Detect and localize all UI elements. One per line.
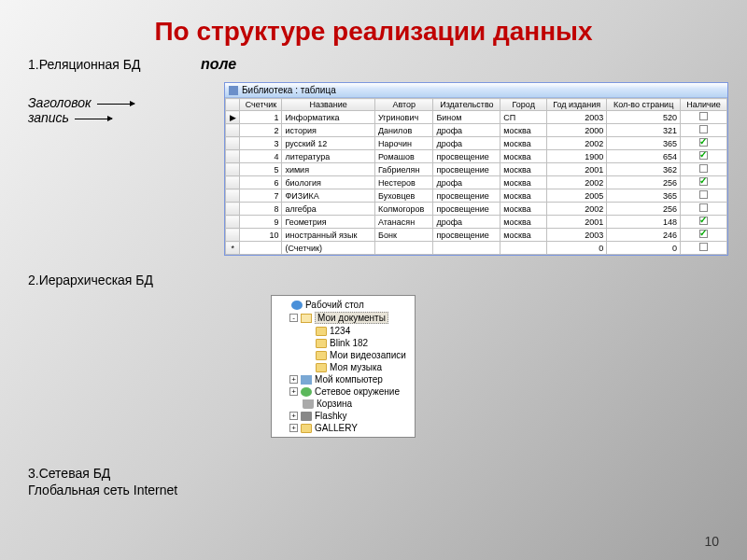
folder-icon xyxy=(316,363,327,372)
tree-label: Flashky xyxy=(315,411,346,421)
table-icon xyxy=(229,86,238,95)
table-row[interactable]: 8алгебраКолмогоровпросвещениемосква20022… xyxy=(226,203,727,216)
slide-title: По структуре реализации данных xyxy=(0,0,747,56)
checkbox[interactable] xyxy=(699,203,708,212)
tree-label: Рабочий стол xyxy=(305,300,364,310)
folder-icon xyxy=(316,351,327,360)
tree-label: 1234 xyxy=(330,326,350,336)
network-icon xyxy=(301,387,312,397)
column-header[interactable]: Название xyxy=(282,99,375,111)
arrow-icon xyxy=(75,119,112,119)
table-row[interactable]: 9ГеометрияАтанасяндрофамосква2001148 xyxy=(226,216,727,229)
arrow-icon xyxy=(97,104,134,105)
folder-icon xyxy=(316,339,327,348)
tree-item[interactable]: +Сетевое окружение xyxy=(275,385,412,398)
table-row[interactable]: 7ФИЗИКАБуховцевпросвещениемосква2005365 xyxy=(226,189,727,203)
table-row[interactable]: 10иностранный языкБонкпросвещениемосква2… xyxy=(226,229,727,242)
tree-item[interactable]: 1234 xyxy=(275,325,412,337)
table-row[interactable]: 3русский 12Нарочиндрофамосква2002365 xyxy=(226,137,727,150)
trash-icon xyxy=(303,399,314,409)
tree-item[interactable]: Корзина xyxy=(275,398,412,410)
table-row[interactable]: ▶1ИнформатикаУгриновичБиномСП2003520 xyxy=(226,111,727,124)
label-zagolovok: Заголовок xyxy=(28,95,92,110)
tree-label: Мой компьютер xyxy=(315,374,383,385)
column-header[interactable]: Автор xyxy=(375,99,433,111)
checkbox[interactable] xyxy=(699,125,708,133)
label-global: Глобальная сеть Internet xyxy=(28,483,719,497)
table-row[interactable]: 5химияГабриелянпросвещениемосква2001362 xyxy=(226,163,727,176)
checkbox[interactable] xyxy=(699,164,708,173)
folder-icon xyxy=(316,327,327,336)
tree-item[interactable]: Blink 182 xyxy=(275,337,412,349)
checkbox[interactable] xyxy=(699,230,708,238)
expand-icon[interactable]: + xyxy=(289,412,298,420)
folder-icon xyxy=(301,424,312,433)
label-relational: 1.Реляционная БД xyxy=(28,57,140,72)
label-pole: поле xyxy=(201,56,236,73)
titlebar: Библиотека : таблица xyxy=(225,83,727,98)
checkbox[interactable] xyxy=(699,151,708,160)
expand-icon[interactable]: + xyxy=(289,387,298,396)
label-network: 3.Сетевая БД xyxy=(28,466,719,481)
tree-label: GALLERY xyxy=(315,423,358,433)
tree-item[interactable]: +Flashky xyxy=(275,410,412,422)
page-number: 10 xyxy=(704,534,719,549)
checkbox[interactable] xyxy=(699,138,708,147)
tree-label: Корзина xyxy=(317,399,352,409)
tree-item[interactable]: +GALLERY xyxy=(275,422,412,434)
column-header[interactable]: Издательство xyxy=(433,99,500,111)
tree-item[interactable]: +Мой компьютер xyxy=(275,373,412,385)
expand-icon[interactable]: - xyxy=(289,314,298,322)
data-grid[interactable]: СчетчикНазваниеАвторИздательствоГородГод… xyxy=(225,98,727,255)
tree-label: Сетевое окружение xyxy=(315,386,400,397)
checkbox[interactable] xyxy=(699,177,708,186)
desktop-icon xyxy=(291,301,303,310)
table-row[interactable]: 4литератураРомашовпросвещениемосква19006… xyxy=(226,150,727,163)
tree-window[interactable]: Рабочий стол-Мои документы1234Blink 182М… xyxy=(271,295,416,438)
tree-item[interactable]: Моя музыка xyxy=(275,361,412,373)
table-row[interactable]: 6биологияНестеровдрофамосква2002256 xyxy=(226,176,727,189)
tree-label: Blink 182 xyxy=(330,338,368,348)
tree-label: Моя музыка xyxy=(330,362,382,372)
column-header[interactable]: Наличие xyxy=(681,99,727,111)
table-row[interactable]: 2историяДаниловдрофамосква2000321 xyxy=(226,124,727,137)
label-zapis: запись xyxy=(28,110,69,125)
drive-icon xyxy=(301,412,312,421)
tree-item[interactable]: Мои видеозаписи xyxy=(275,349,412,361)
tree-item[interactable]: -Мои документы xyxy=(275,311,412,325)
label-hierarchical: 2.Иерархическая БД xyxy=(28,273,719,287)
window-title: Библиотека : таблица xyxy=(242,85,336,95)
column-header[interactable]: Счетчик xyxy=(240,99,282,111)
mycomp-icon xyxy=(301,375,312,385)
expand-icon[interactable]: + xyxy=(289,424,298,432)
expand-icon[interactable]: + xyxy=(289,375,298,384)
tree-item[interactable]: Рабочий стол xyxy=(275,299,412,311)
table-window: Библиотека : таблица СчетчикНазваниеАвто… xyxy=(224,82,728,256)
folder-open-icon xyxy=(301,314,312,323)
column-header[interactable]: Год издания xyxy=(547,99,607,111)
tree-label: Мои видеозаписи xyxy=(330,350,406,360)
column-header[interactable]: Кол-во страниц xyxy=(607,99,681,111)
column-header[interactable] xyxy=(226,99,240,111)
checkbox[interactable] xyxy=(699,190,708,199)
checkbox[interactable] xyxy=(699,217,708,225)
column-header[interactable]: Город xyxy=(500,99,547,111)
tree-label: Мои документы xyxy=(315,312,388,324)
checkbox[interactable] xyxy=(699,112,708,120)
